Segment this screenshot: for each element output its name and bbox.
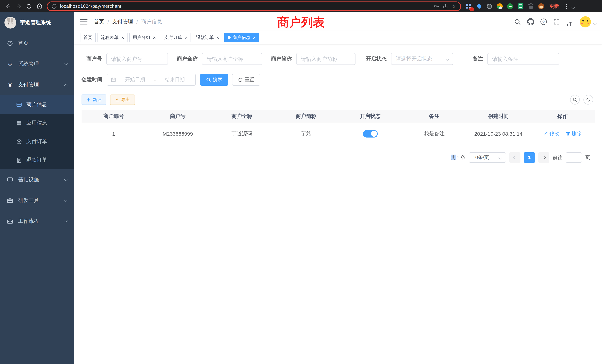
browser-reload-icon[interactable] (24, 1, 34, 11)
caret-down-icon[interactable] (593, 22, 597, 25)
main-area: 首页 支付管理 商户信息 ? TT 首页 流程表单 (74, 12, 602, 364)
bookmark-star-icon[interactable]: ☆ (451, 3, 456, 9)
browser-forward-icon[interactable] (13, 1, 24, 11)
search-icon[interactable] (512, 17, 523, 27)
toggle-search-button[interactable] (570, 95, 580, 105)
tab-close-icon[interactable] (216, 35, 219, 40)
tab-merchant-info[interactable]: 商户信息 (225, 33, 259, 42)
reset-button[interactable]: 重置 (232, 74, 260, 86)
sidebar-item-payment[interactable]: ¥ 支付管理 (0, 75, 74, 95)
sidebar-item-system[interactable]: ⚙ 系统管理 (0, 54, 74, 75)
extension-avatar-icon[interactable] (496, 3, 503, 10)
breadcrumb-current: 商户信息 (141, 18, 162, 25)
extension-green-doc-icon[interactable] (517, 3, 524, 10)
delete-link[interactable]: 删除 (566, 130, 581, 137)
date-range-picker[interactable]: 开始日期 - 结束日期 (107, 74, 196, 86)
sidebar-item-home[interactable]: 首页 (0, 33, 74, 54)
extension-emoji-icon[interactable] (538, 3, 545, 10)
monkey-face-icon (538, 3, 544, 9)
tab-close-icon[interactable] (153, 35, 156, 40)
tab-home[interactable]: 首页 (80, 33, 96, 42)
action-row: 新增 导出 (82, 95, 595, 105)
status-toggle[interactable] (363, 130, 377, 138)
page-number-1[interactable]: 1 (524, 152, 535, 162)
prev-page-button[interactable] (509, 152, 520, 162)
table-header-row: 商户编号 商户号 商户全称 商户简称 开启状态 备注 创建时间 操作 (82, 110, 595, 123)
sidebar-item-merchant-info[interactable]: 商户信息 (0, 95, 74, 114)
tab-user-group[interactable]: 用户分组 (129, 33, 159, 42)
filter-remark: 备注 (473, 53, 559, 65)
tab-label: 支付订单 (164, 34, 182, 41)
filter-full-name: 商户全称 (177, 53, 262, 65)
browser-update-button[interactable]: 更新 (549, 3, 559, 10)
remark-input[interactable] (487, 53, 559, 65)
sidebar-item-label: 退款订单 (26, 157, 47, 163)
address-bar[interactable]: localhost:1024/pay/merchant ☆ (47, 1, 461, 11)
extension-badge: 10 (469, 7, 474, 11)
status-select[interactable]: 请选择开启状态 (391, 53, 453, 65)
font-size-icon[interactable]: TT (564, 17, 575, 27)
browser-toolbar: localhost:1024/pay/merchant ☆ 10 更新 ⋮ (0, 0, 602, 12)
breadcrumb-home[interactable]: 首页 (94, 18, 104, 25)
extension-green-circle-icon[interactable] (507, 3, 513, 10)
extension-dark-circle-icon[interactable] (486, 3, 493, 10)
export-button[interactable]: 导出 (110, 95, 135, 105)
refresh-table-button[interactable] (583, 95, 593, 105)
green-circle-icon (507, 3, 513, 9)
extension-drop-icon[interactable] (476, 3, 482, 10)
browser-home-icon[interactable] (34, 1, 44, 11)
fullscreen-icon[interactable] (551, 17, 562, 27)
sidebar-item-pay-order[interactable]: 支付订单 (0, 132, 74, 151)
share-icon[interactable] (442, 3, 448, 9)
sidebar-item-workflow[interactable]: 工作流程 (0, 211, 74, 232)
edit-link[interactable]: 修改 (544, 130, 559, 137)
password-key-icon[interactable] (433, 3, 439, 9)
sidebar-item-refund-order[interactable]: 退款订单 (0, 151, 74, 169)
tab-close-icon[interactable] (121, 35, 124, 40)
col-header: 商户编号 (82, 110, 146, 123)
cell-actions: 修改 删除 (530, 123, 595, 145)
extension-grid-icon[interactable]: 10 (465, 3, 472, 10)
search-button[interactable]: 搜索 (200, 74, 228, 86)
user-avatar[interactable] (580, 16, 591, 27)
toolbar-overflow-chevron-icon[interactable] (572, 6, 575, 9)
sidebar-item-devtools[interactable]: 研发工具 (0, 190, 74, 211)
tab-flow-form[interactable]: 流程表单 (97, 33, 127, 42)
tab-close-icon[interactable] (185, 35, 187, 40)
col-header: 操作 (530, 110, 595, 123)
hamburger-icon[interactable] (80, 19, 87, 24)
goto-page-input[interactable] (566, 152, 582, 162)
app-title: 芋道管理系统 (20, 19, 51, 26)
tab-label: 流程表单 (101, 34, 119, 41)
trash-icon (566, 131, 571, 136)
full-name-input[interactable] (202, 53, 262, 65)
end-date-placeholder: 结束日期 (158, 76, 192, 83)
filter-label: 创建时间 (82, 76, 102, 83)
extension-paw-icon[interactable] (527, 3, 534, 10)
merchant-no-input[interactable] (106, 53, 168, 65)
next-page-button[interactable] (538, 152, 549, 162)
page: localhost:1024/pay/merchant ☆ 10 更新 ⋮ 芋道… (0, 0, 602, 364)
tab-refund-order[interactable]: 退款订单 (193, 33, 223, 42)
tab-pay-order[interactable]: 支付订单 (161, 33, 191, 42)
browser-back-icon[interactable] (3, 1, 13, 11)
sidebar-item-infrastructure[interactable]: 基础设施 (0, 169, 74, 190)
edit-link-label: 修改 (549, 130, 559, 137)
sidebar-item-label: 研发工具 (18, 197, 39, 204)
tab-close-icon[interactable] (253, 35, 256, 40)
filter-short-name: 商户简称 (271, 53, 355, 65)
short-name-input[interactable] (296, 53, 355, 65)
help-icon[interactable]: ? (538, 17, 549, 27)
add-button-label: 新增 (93, 96, 102, 103)
sidebar-logo[interactable]: 芋道管理系统 (0, 12, 74, 33)
pagination: 共 1 条 10条/页 1 前往 页 (82, 145, 595, 170)
browser-menu-icon[interactable]: ⋮ (563, 3, 570, 10)
github-icon[interactable] (525, 17, 536, 27)
site-info-icon[interactable] (52, 3, 57, 9)
chevron-up-icon (64, 84, 68, 87)
sidebar-item-app-info[interactable]: 应用信息 (0, 114, 74, 132)
filter-label: 备注 (473, 56, 483, 62)
page-size-select[interactable]: 10条/页 (469, 152, 506, 162)
tab-label: 用户分组 (132, 34, 150, 41)
add-button[interactable]: 新增 (82, 95, 106, 105)
